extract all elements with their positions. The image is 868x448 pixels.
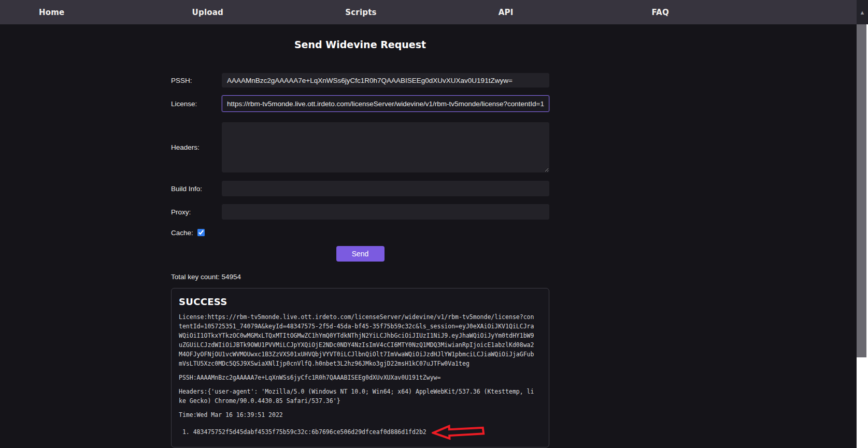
key-result-row: 1. 483475752f5d45dabf4535f75b59c32c:6b76… <box>179 424 543 440</box>
send-button[interactable]: Send <box>336 246 385 262</box>
success-heading: SUCCESS <box>179 296 543 307</box>
pssh-label: PSSH: <box>171 77 222 84</box>
license-row: License: <box>171 95 549 112</box>
license-label: License: <box>171 100 222 108</box>
top-navigation-bar: Home Upload Scripts API FAQ <box>0 0 857 24</box>
nav-item-faq[interactable]: FAQ <box>613 8 766 17</box>
build-info-label: Build Info: <box>171 185 222 193</box>
result-headers-text: Headers:{'user-agent': 'Mozilla/5.0 (Win… <box>179 387 543 406</box>
pssh-row: PSSH: <box>171 73 549 88</box>
proxy-input[interactable] <box>222 204 549 220</box>
license-input[interactable] <box>222 95 549 112</box>
scroll-up-button[interactable]: ▲ <box>857 0 868 24</box>
build-info-input[interactable] <box>222 181 549 196</box>
result-time-text: Time:Wed Mar 16 16:39:51 2022 <box>179 410 543 420</box>
total-key-count: Total key count: 54954 <box>171 273 549 281</box>
result-pssh-text: PSSH:AAAAMnBzc2gAAAAA7e+LqXnWSs6jyCfc1R0… <box>179 373 543 382</box>
cache-row: Cache: <box>171 228 549 237</box>
headers-textarea[interactable] <box>222 122 549 172</box>
proxy-label: Proxy: <box>171 208 222 216</box>
red-left-arrow-icon <box>431 423 486 441</box>
result-license-text: License:https://rbm-tv5monde.live.ott.ir… <box>179 312 543 368</box>
pssh-input[interactable] <box>222 73 549 88</box>
nav-item-api[interactable]: API <box>460 8 613 17</box>
scrollbar-thumb[interactable] <box>857 24 866 357</box>
chevron-up-icon: ▲ <box>860 9 865 16</box>
vertical-scrollbar-track[interactable]: ▲ <box>857 0 868 448</box>
build-info-row: Build Info: <box>171 181 549 196</box>
headers-label: Headers: <box>171 143 222 151</box>
cache-checkbox[interactable] <box>197 229 205 236</box>
nav-item-scripts[interactable]: Scripts <box>306 8 460 17</box>
proxy-row: Proxy: <box>171 204 549 220</box>
main-content: Send Widevine Request PSSH: License: Hea… <box>171 39 549 447</box>
send-row: Send <box>171 246 549 262</box>
nav-items-container: Home Upload Scripts API FAQ <box>0 8 766 17</box>
widevine-request-form: PSSH: License: Headers: Build Info: Prox… <box>171 73 549 262</box>
response-result-box: SUCCESS License:https://rbm-tv5monde.liv… <box>171 288 549 447</box>
cache-label: Cache: <box>171 229 193 237</box>
content-key-text: 1. 483475752f5d45dabf4535f75b59c32c:6b76… <box>179 427 426 437</box>
headers-row: Headers: <box>171 122 549 172</box>
page-title: Send Widevine Request <box>171 39 549 50</box>
nav-item-upload[interactable]: Upload <box>153 8 307 17</box>
nav-item-home[interactable]: Home <box>0 8 153 17</box>
